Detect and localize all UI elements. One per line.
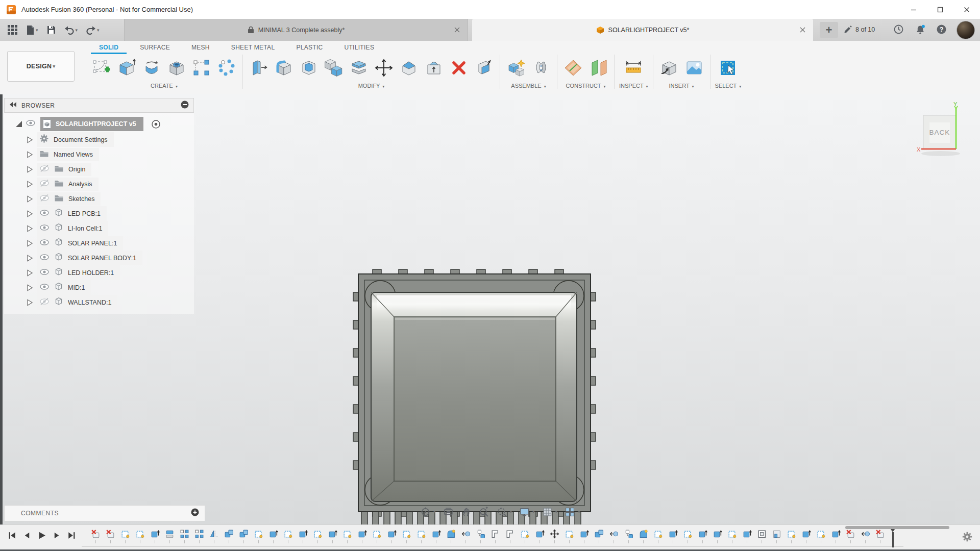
browser-item[interactable]: Sketches — [4, 191, 194, 206]
display-settings-tool[interactable]: ▾ — [518, 507, 536, 517]
browser-item[interactable]: SOLAR PANEL BODY:1 — [4, 251, 194, 265]
offset-plane-icon[interactable] — [587, 56, 609, 80]
close-tab-icon[interactable] — [798, 26, 806, 34]
browser-root-item[interactable]: SOLARLIGHTPROJECT v5 — [4, 116, 194, 132]
split-body-icon[interactable] — [348, 56, 370, 80]
timeline-feature-extrude[interactable] — [357, 529, 368, 539]
timeline-feature-sketch[interactable] — [402, 529, 412, 539]
timeline-feature-sketch[interactable] — [727, 529, 738, 539]
notifications-bell-icon[interactable] — [915, 24, 926, 37]
timeline-feature-snap[interactable] — [476, 529, 486, 539]
timeline-feature-component-x[interactable] — [846, 529, 856, 539]
visibility-eye-icon[interactable] — [26, 119, 36, 129]
pan-tool[interactable] — [459, 507, 473, 517]
timeline-feature-move[interactable] — [550, 529, 560, 539]
timeline-feature-component-x[interactable] — [106, 529, 116, 539]
ribbon-group-label[interactable]: INSPECT ▾ — [619, 83, 648, 89]
document-tab-minimal[interactable]: MINIMAL 3 Complete assebly* — [124, 19, 468, 41]
press-pull-icon[interactable] — [248, 56, 270, 80]
expand-arrow-icon[interactable] — [24, 239, 35, 247]
browser-item-label[interactable]: Analysis — [68, 181, 92, 188]
timeline-feature-fillet[interactable] — [639, 529, 649, 539]
browser-root-label[interactable]: SOLARLIGHTPROJECT v5 — [56, 120, 136, 128]
expand-arrow-icon[interactable] — [24, 165, 35, 173]
timeline-feature-sketch[interactable] — [520, 529, 530, 539]
workspace-selector[interactable]: DESIGN ▾ — [7, 51, 75, 82]
timeline-feature-sketch[interactable] — [816, 529, 826, 539]
timeline-feature-mirror[interactable] — [209, 529, 219, 539]
ribbon-group-label[interactable]: MODIFY ▾ — [358, 83, 385, 89]
timeline-feature-pattern[interactable] — [180, 529, 190, 539]
timeline-feature-fillet[interactable] — [446, 529, 456, 539]
browser-item[interactable]: Analysis — [4, 177, 194, 191]
collapse-panel-icon[interactable] — [9, 101, 17, 111]
user-avatar[interactable] — [957, 21, 975, 39]
browser-item-label[interactable]: WALLSTAND:1 — [68, 299, 111, 306]
browser-item[interactable]: MID:1 — [4, 280, 194, 295]
expand-arrow-icon[interactable] — [13, 120, 23, 128]
document-tab-solarlightproject[interactable]: SOLARLIGHTPROJECT v5* — [472, 19, 813, 41]
timeline-feature-extrude[interactable] — [298, 529, 308, 539]
save-button[interactable] — [44, 22, 59, 38]
visibility-visible-icon[interactable] — [39, 253, 50, 263]
timeline-playhead[interactable] — [889, 527, 896, 547]
timeline-feature-extrude[interactable] — [579, 529, 590, 539]
select-tool-icon[interactable] — [717, 56, 739, 80]
rectangular-pattern-icon[interactable] — [190, 56, 213, 80]
timeline-feature-corner[interactable] — [491, 529, 501, 539]
timeline-feature-hole[interactable] — [772, 529, 782, 539]
ribbon-tab-utilities[interactable]: UTILITIES — [336, 41, 383, 54]
insert-derive-icon[interactable] — [658, 56, 680, 80]
timeline-feature-combine[interactable] — [224, 529, 234, 539]
ribbon-group-label[interactable]: CREATE ▾ — [151, 83, 178, 89]
timeline-feature-extrude[interactable] — [831, 529, 841, 539]
visibility-visible-icon[interactable] — [39, 223, 50, 234]
close-button[interactable] — [953, 0, 980, 19]
job-status[interactable]: 8 of 10 — [843, 24, 875, 34]
solar-light-3d-model[interactable] — [337, 263, 602, 541]
timeline-feature-corner[interactable] — [505, 529, 516, 539]
layout-grid-tool[interactable]: ▾ — [541, 507, 559, 517]
timeline-feature-extrude[interactable] — [150, 529, 160, 539]
add-comment-icon[interactable] — [190, 508, 200, 519]
browser-item-label[interactable]: Origin — [68, 166, 85, 173]
joint-icon[interactable] — [530, 56, 552, 80]
browser-item-label[interactable]: Sketches — [68, 195, 94, 203]
redo-button[interactable]: ▾ — [83, 22, 102, 38]
timeline-feature-sketch[interactable] — [254, 529, 264, 539]
visibility-visible-icon[interactable] — [39, 283, 50, 293]
step-forward-button[interactable] — [51, 530, 62, 541]
timeline-feature-extrude[interactable] — [713, 529, 723, 539]
visibility-hidden-icon[interactable] — [39, 179, 50, 189]
new-tab-button[interactable]: + — [820, 22, 838, 38]
expand-arrow-icon[interactable] — [24, 180, 35, 188]
hole-icon[interactable] — [165, 56, 188, 80]
visibility-hidden-icon[interactable] — [39, 164, 50, 174]
timeline-feature-snap[interactable] — [624, 529, 634, 539]
browser-item-label[interactable]: SOLAR PANEL:1 — [68, 240, 117, 247]
window-zoom-tool[interactable]: ▾ — [495, 507, 514, 517]
browser-item-label[interactable]: LED HOLDER:1 — [68, 269, 114, 277]
clock-icon[interactable] — [893, 24, 904, 37]
ribbon-tab-solid[interactable]: SOLID — [91, 41, 127, 54]
browser-item-label[interactable]: MID:1 — [68, 284, 85, 291]
visibility-visible-icon[interactable] — [39, 268, 50, 278]
timeline-feature-frame[interactable] — [757, 529, 767, 539]
browser-item[interactable]: SOLAR PANEL:1 — [4, 236, 194, 251]
expand-arrow-icon[interactable] — [24, 224, 35, 233]
visibility-hidden-icon[interactable] — [39, 194, 50, 204]
play-button[interactable] — [36, 530, 47, 541]
timeline-feature-component-x[interactable] — [91, 529, 101, 539]
timeline-feature-extrude[interactable] — [328, 529, 338, 539]
browser-item[interactable]: Origin — [4, 162, 194, 177]
browser-item[interactable]: WALLSTAND:1 — [4, 295, 194, 310]
expand-arrow-icon[interactable] — [24, 136, 35, 144]
browser-item[interactable]: LED HOLDER:1 — [4, 265, 194, 280]
viewports-tool[interactable]: ▾ — [563, 507, 582, 517]
timeline-feature-extrude[interactable] — [535, 529, 545, 539]
expand-arrow-icon[interactable] — [24, 151, 35, 159]
view-cube[interactable]: BACK Y X — [916, 101, 975, 160]
look-at-tool[interactable] — [442, 507, 455, 517]
browser-item-label[interactable]: LED PCB:1 — [68, 210, 101, 217]
browser-item-label[interactable]: Document Settings — [54, 136, 108, 143]
